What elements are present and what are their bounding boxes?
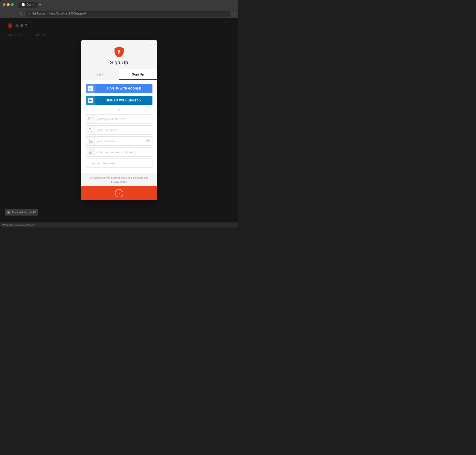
envelope-icon (88, 118, 92, 120)
svg-point-5 (146, 140, 150, 142)
security-warning-icon: ⚠ (28, 12, 30, 15)
protected-text: Protected with (12, 211, 28, 214)
tab-close-button[interactable]: × (33, 3, 34, 6)
tab-favicon: 📄 (22, 3, 25, 6)
address-bar[interactable]: ⚠ Not Secure | https://localhost:3000/su… (26, 11, 230, 16)
browser-tab[interactable]: 📄 Dev × (18, 2, 37, 8)
password-toggle-icon[interactable] (144, 139, 152, 143)
password-input[interactable] (95, 139, 144, 143)
house-icon (88, 150, 92, 154)
modal-body: G SIGN UP WITH GOOGLE in SIGN UP WITH LI… (81, 80, 157, 173)
home-icon (86, 148, 95, 156)
eye-icon (146, 139, 150, 142)
submit-arrow-icon: › (115, 189, 123, 197)
svg-rect-2 (88, 118, 92, 120)
tab-signup[interactable]: Sign Up (119, 69, 157, 80)
auth-tabs: Log In Sign Up (81, 69, 157, 80)
email-field-container (86, 114, 153, 123)
address-input[interactable] (95, 150, 152, 154)
google-icon-wrapper: G (86, 84, 96, 93)
email-input[interactable] (95, 117, 152, 121)
protected-badge: Protected with Auth0 (5, 209, 38, 216)
maximize-window-button[interactable] (11, 3, 14, 6)
bookmark-button[interactable]: ☆ (232, 12, 235, 16)
google-g-icon: G (88, 86, 93, 91)
titlebar: 📄 Dev × + (0, 0, 238, 9)
terms-text: By signing up, you agree to our terms of… (81, 173, 157, 186)
or-divider: or (86, 108, 153, 112)
modal-close-button[interactable]: × (149, 42, 155, 48)
modal-header: × Sign Up (81, 40, 157, 69)
url-display[interactable]: https://localhost:3000/support/ (49, 12, 86, 15)
tab-bar: 📄 Dev × + (18, 2, 41, 8)
svg-rect-4 (89, 141, 91, 143)
protected-shield-icon (7, 211, 11, 214)
back-button[interactable]: ← (3, 11, 9, 16)
google-signup-label: SIGN UP WITH GOOGLE (96, 87, 153, 90)
protected-brand: Auth0 (29, 211, 36, 214)
lock-icon (86, 137, 95, 145)
svg-point-6 (147, 140, 148, 141)
modal-title: Sign Up (110, 60, 128, 65)
fullname-field-container (86, 158, 153, 168)
browser-toolbar: ← → ↻ ⚠ Not Secure | https://localhost:3… (0, 9, 238, 18)
traffic-lights (3, 3, 14, 6)
linkedin-signup-button[interactable]: in SIGN UP WITH LINKEDIN (86, 96, 153, 105)
new-tab-button[interactable]: + (39, 2, 41, 7)
minimize-window-button[interactable] (7, 3, 10, 6)
close-window-button[interactable] (3, 3, 6, 6)
forward-button[interactable]: → (11, 11, 16, 16)
google-signup-button[interactable]: G SIGN UP WITH GOOGLE (86, 84, 153, 93)
status-bar: Waiting for brucke.auth0.com... (0, 222, 238, 228)
address-field-container (86, 147, 153, 157)
padlock-icon (89, 139, 92, 143)
terms-message: By signing up, you agree to our terms of… (90, 176, 148, 183)
username-field-container (86, 125, 153, 135)
username-input[interactable] (95, 128, 152, 132)
user-icon (86, 126, 95, 134)
submit-button[interactable]: › (81, 186, 157, 200)
status-text: Waiting for brucke.auth0.com... (2, 224, 37, 226)
auth-modal: × Sign Up Log In Sign Up (81, 40, 157, 200)
url-separator: | (47, 12, 48, 15)
linkedin-icon-wrapper: in (86, 96, 96, 105)
fullname-input[interactable] (86, 159, 152, 167)
linkedin-in-icon: in (88, 98, 93, 103)
password-field-container (86, 136, 153, 146)
tab-login[interactable]: Log In (81, 69, 119, 80)
page-content: Auth0 SHOW LOCK SHOW LO... × Sign Up (0, 18, 238, 222)
svg-marker-7 (89, 150, 92, 154)
browser-window: 📄 Dev × + ← → ↻ ⚠ Not Secure | https://l… (0, 0, 238, 228)
person-icon (89, 128, 92, 132)
svg-point-3 (89, 128, 91, 130)
modal-shield-icon (113, 46, 125, 57)
email-icon (86, 114, 95, 123)
not-secure-label: Not Secure (32, 12, 46, 15)
refresh-button[interactable]: ↻ (18, 11, 24, 16)
linkedin-signup-label: SIGN UP WITH LINKEDIN (96, 99, 153, 102)
modal-overlay: × Sign Up Log In Sign Up (0, 18, 238, 222)
tab-title: Dev (26, 3, 31, 6)
